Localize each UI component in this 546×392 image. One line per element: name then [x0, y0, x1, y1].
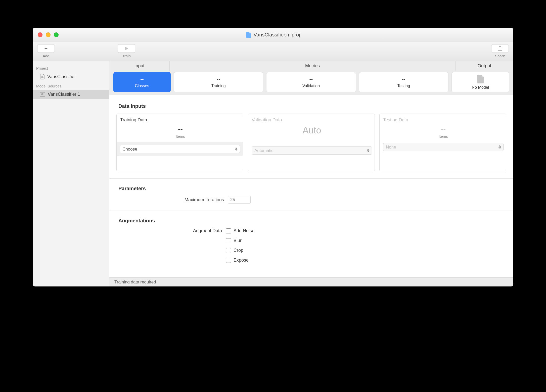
chevron-updown-icon: ▴▾	[368, 149, 370, 152]
training-data-value: --	[120, 125, 241, 133]
max-iterations-input[interactable]	[228, 196, 251, 204]
app-window: VansClassifier.mlproj + Add Train Share …	[33, 28, 513, 286]
testing-data-title: Testing Data	[383, 117, 504, 123]
sidebar-project-item[interactable]: ML VansClassifier	[33, 72, 109, 81]
testing-data-select[interactable]: None	[383, 143, 504, 151]
validation-data-title: Validation Data	[252, 117, 372, 123]
card-output[interactable]: No Model	[451, 72, 509, 92]
sidebar-source-item[interactable]: ML VansClassifier 1	[33, 90, 109, 99]
validation-data-box: Validation Data Auto Automatic ▴▾	[248, 114, 375, 171]
training-data-title: Training Data	[120, 117, 241, 123]
add-tool: + Add	[37, 44, 55, 58]
card-training-value: --	[217, 76, 220, 82]
testing-data-sub: Items	[383, 134, 504, 138]
augment-option[interactable]: Crop	[226, 248, 254, 253]
body: Project ML VansClassifier Model Sources …	[33, 61, 513, 286]
card-validation-value: --	[309, 76, 313, 82]
validation-data-value: Auto	[252, 125, 372, 136]
blur-checkbox[interactable]	[226, 238, 231, 243]
titlebar: VansClassifier.mlproj	[33, 28, 513, 42]
expose-checkbox[interactable]	[226, 258, 231, 263]
play-icon	[124, 46, 129, 51]
share-button[interactable]	[491, 44, 509, 53]
testing-data-box: Testing Data -- Items None ▴▾	[379, 114, 506, 171]
card-output-label: No Model	[472, 85, 489, 90]
card-testing-value: --	[402, 76, 405, 82]
augment-option[interactable]: Blur	[226, 238, 254, 243]
section-divider	[109, 211, 513, 211]
augment-option[interactable]: Add Noise	[226, 228, 254, 233]
augment-option[interactable]: Expose	[226, 258, 254, 263]
add-button-label: Add	[43, 54, 50, 58]
data-inputs-row: Training Data -- Items Choose ▴▾	[116, 114, 506, 171]
train-tool: Train	[118, 44, 135, 58]
share-tool: Share	[491, 44, 509, 58]
card-testing[interactable]: -- Testing	[359, 72, 448, 92]
data-inputs-title: Data Inputs	[118, 103, 506, 109]
traffic-lights	[38, 32, 59, 37]
training-data-box: Training Data -- Items Choose ▴▾	[116, 114, 243, 171]
train-button[interactable]	[118, 44, 135, 53]
mlproj-file-icon	[246, 32, 251, 38]
augmentations-title: Augmentations	[118, 218, 506, 224]
card-classes[interactable]: -- Classes	[113, 72, 171, 92]
testing-data-value: --	[383, 125, 504, 133]
chevron-updown-icon: ▴▾	[499, 145, 501, 149]
chevron-updown-icon: ▴▾	[236, 147, 238, 151]
card-classes-label: Classes	[135, 84, 149, 88]
max-iterations-label: Maximum Iterations	[118, 197, 224, 203]
seg-input: Input	[109, 61, 170, 71]
card-training-label: Training	[211, 84, 226, 88]
sidebar-sources-header: Model Sources	[33, 81, 109, 90]
summary-cards: -- Classes -- Training -- Validation -- …	[109, 71, 513, 95]
ml-badge-icon: ML	[40, 92, 45, 97]
share-icon	[498, 46, 502, 51]
sidebar-project-header: Project	[33, 64, 109, 72]
sidebar-project-label: VansClassifier	[47, 74, 76, 79]
card-validation[interactable]: -- Validation	[266, 72, 356, 92]
minimize-window-button[interactable]	[46, 32, 51, 37]
toolbar: + Add Train Share	[33, 42, 513, 61]
content-scroll[interactable]: Data Inputs Training Data -- Items Choos…	[109, 95, 513, 277]
status-text: Training data required	[114, 280, 156, 285]
seg-output: Output	[456, 61, 513, 71]
no-model-icon	[477, 75, 484, 84]
status-bar: Training data required	[109, 277, 513, 286]
add-button[interactable]: +	[37, 44, 55, 53]
zoom-window-button[interactable]	[54, 32, 59, 37]
card-validation-label: Validation	[302, 84, 320, 88]
validation-data-select[interactable]: Automatic	[252, 146, 372, 155]
svg-text:ML: ML	[41, 76, 44, 78]
add-noise-checkbox[interactable]	[226, 228, 231, 233]
window-title: VansClassifier.mlproj	[253, 32, 300, 38]
share-button-label: Share	[495, 54, 505, 58]
training-data-select[interactable]: Choose	[120, 145, 240, 153]
sidebar-source-label: VansClassifier 1	[48, 92, 80, 97]
main-panel: Input Metrics Output -- Classes -- Train…	[109, 61, 513, 286]
augment-options-list: Add Noise Blur Crop Expose	[226, 228, 254, 263]
max-iterations-row: Maximum Iterations	[118, 196, 506, 204]
training-data-sub: Items	[120, 134, 241, 138]
augment-data-label: Augment Data	[116, 228, 222, 263]
parameters-title: Parameters	[118, 186, 506, 191]
card-testing-label: Testing	[397, 84, 410, 88]
crop-checkbox[interactable]	[226, 248, 231, 253]
segment-bar: Input Metrics Output	[109, 61, 513, 71]
close-window-button[interactable]	[38, 32, 42, 37]
card-training[interactable]: -- Training	[174, 72, 263, 92]
section-divider	[109, 178, 513, 179]
augment-data-row: Augment Data Add Noise Blur Crop Expose	[116, 228, 506, 263]
seg-metrics: Metrics	[170, 61, 456, 71]
card-classes-value: --	[140, 76, 144, 82]
sidebar: Project ML VansClassifier Model Sources …	[33, 61, 109, 286]
train-button-label: Train	[122, 54, 131, 58]
document-icon: ML	[40, 74, 45, 79]
